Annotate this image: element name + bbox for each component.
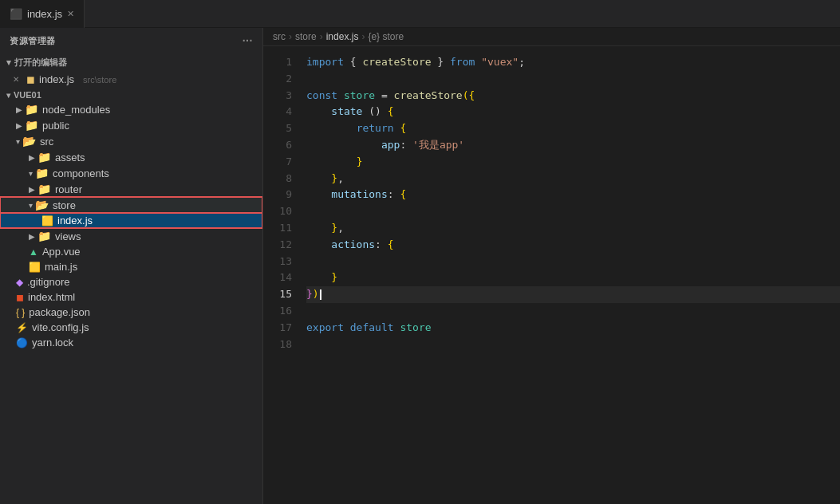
folder-arrow-icon: ▾ <box>29 169 33 178</box>
folder-arrow-icon: ▾ <box>29 201 33 210</box>
js-file-icon: ⬛ <box>10 8 22 20</box>
tree-app-vue[interactable]: ▲ App.vue <box>0 244 262 259</box>
tree-index-html[interactable]: ◼ index.html <box>0 289 262 305</box>
tree-public[interactable]: ▶ 📁 public <box>0 117 262 133</box>
tree-store[interactable]: ▾ 📂 store <box>0 197 262 213</box>
folder-arrow-icon: ▶ <box>16 105 22 114</box>
tree-main-js[interactable]: 🟨 main.js <box>0 259 262 274</box>
tree-gitignore[interactable]: ◆ .gitignore <box>0 274 262 289</box>
file-label: yarn.lock <box>32 337 73 348</box>
file-label: App.vue <box>42 246 81 258</box>
open-editors-label: 打开的编辑器 <box>14 57 67 69</box>
js-icon: ◼ <box>26 73 35 85</box>
code-line-16 <box>306 303 840 320</box>
tree-node-modules[interactable]: ▶ 📁 node_modules <box>0 101 262 117</box>
tree-assets[interactable]: ▶ 📁 assets <box>0 149 262 165</box>
code-line-15: }) <box>306 286 840 303</box>
folder-arrow-icon: ▾ <box>16 137 20 146</box>
json-file-icon: { } <box>16 307 25 318</box>
code-line-11: }, <box>306 220 840 237</box>
code-line-7: } <box>306 154 840 171</box>
code-line-13 <box>306 254 840 270</box>
line-numbers: 1 2 3 4 5 6 7 8 9 10 11 12 13 14 15 16 1… <box>263 46 298 504</box>
code-line-4: state () { <box>306 104 840 120</box>
folder-arrow-icon: ▶ <box>29 153 35 162</box>
open-editors-arrow: ▾ <box>6 57 11 68</box>
open-file-path: src\store <box>83 75 116 85</box>
file-label: package.json <box>29 306 90 318</box>
folder-icon: 📁 <box>37 151 51 163</box>
open-file-name: index.js <box>39 73 74 85</box>
code-line-5: return { <box>306 120 840 137</box>
js-file-icon: 🟨 <box>29 262 41 273</box>
folder-label: assets <box>55 152 85 163</box>
vue-file-icon: ▲ <box>29 246 38 258</box>
tree-router[interactable]: ▶ 📁 router <box>0 181 262 197</box>
code-line-17: export default store <box>306 320 840 337</box>
tree-store-index[interactable]: 🟨 index.js <box>0 213 262 228</box>
folder-icon: 📁 <box>25 103 38 116</box>
breadcrumb-symbol: {e} store <box>368 31 404 42</box>
code-line-12: actions: { <box>306 237 840 254</box>
tree-src[interactable]: ▾ 📂 src <box>0 133 262 149</box>
code-line-18 <box>306 337 840 353</box>
vite-file-icon: ⚡ <box>16 322 28 333</box>
editor-area: src › store › index.js › {e} store 1 2 3… <box>263 28 840 504</box>
project-section[interactable]: ▾ VUE01 <box>0 87 262 101</box>
folder-open-icon: 📂 <box>22 135 36 148</box>
folder-arrow-icon: ▶ <box>16 121 22 130</box>
breadcrumb-src: src <box>273 31 286 42</box>
tab-close-button[interactable]: ✕ <box>67 9 74 19</box>
js-file-icon: 🟨 <box>41 215 53 226</box>
folder-label: views <box>55 230 81 242</box>
folder-label: public <box>42 120 69 132</box>
folder-arrow-icon: ▶ <box>29 232 35 241</box>
tree-yarn-lock[interactable]: 🔵 yarn.lock <box>0 335 262 350</box>
folder-icon: 📁 <box>25 119 38 132</box>
code-line-8: }, <box>306 171 840 187</box>
git-file-icon: ◆ <box>16 277 23 288</box>
code-line-3: const store = createStore({ <box>306 88 840 104</box>
code-line-1: import { createStore } from "vuex"; <box>306 54 840 71</box>
file-label: vite.config.js <box>32 321 89 333</box>
open-editors-section[interactable]: ▾ 打开的编辑器 <box>0 53 262 72</box>
tree-vite-config[interactable]: ⚡ vite.config.js <box>0 320 262 335</box>
code-line-2 <box>306 71 840 88</box>
open-file-item[interactable]: ✕ ◼ index.js src\store <box>0 72 262 87</box>
sidebar-options-button[interactable]: ··· <box>243 34 253 47</box>
code-editor[interactable]: 1 2 3 4 5 6 7 8 9 10 11 12 13 14 15 16 1… <box>263 46 840 504</box>
code-line-6: app: '我是app' <box>306 137 840 154</box>
folder-label: components <box>53 167 109 179</box>
tab-label: index.js <box>27 8 62 20</box>
tree-components[interactable]: ▾ 📁 components <box>0 165 262 181</box>
folder-icon: 📁 <box>35 167 49 179</box>
file-label: .gitignore <box>27 276 69 288</box>
project-arrow: ▾ <box>6 91 10 100</box>
breadcrumb-sep3: › <box>361 31 365 42</box>
code-content[interactable]: import { createStore } from "vuex"; cons… <box>298 46 840 504</box>
close-file-icon[interactable]: ✕ <box>13 75 19 84</box>
html-file-icon: ◼ <box>16 292 24 303</box>
yarn-file-icon: 🔵 <box>16 337 28 348</box>
sidebar-header: 资源管理器 ··· <box>0 28 262 53</box>
folder-label: src <box>40 136 53 148</box>
folder-icon: 📁 <box>37 230 51 242</box>
tab-index-js[interactable]: ⬛ index.js ✕ <box>0 0 85 28</box>
project-name: VUE01 <box>14 90 41 100</box>
code-line-10 <box>306 203 840 220</box>
folder-label: store <box>53 199 76 211</box>
tab-bar: ⬛ index.js ✕ <box>0 0 840 28</box>
tree-views[interactable]: ▶ 📁 views <box>0 228 262 244</box>
sidebar-title: 资源管理器 <box>10 35 56 47</box>
folder-open-icon: 📂 <box>35 199 49 211</box>
folder-label: router <box>55 183 82 195</box>
code-line-14: } <box>306 270 840 286</box>
file-tree: ▶ 📁 node_modules ▶ 📁 public ▾ 📂 src ▶ 📁 … <box>0 101 262 504</box>
tree-package-json[interactable]: { } package.json <box>0 305 262 320</box>
file-label: main.js <box>45 261 77 273</box>
breadcrumb: src › store › index.js › {e} store <box>263 28 840 46</box>
code-line-9: mutations: { <box>306 187 840 203</box>
breadcrumb-sep1: › <box>289 31 292 42</box>
folder-label: node_modules <box>42 104 110 116</box>
breadcrumb-file: index.js <box>326 31 359 42</box>
